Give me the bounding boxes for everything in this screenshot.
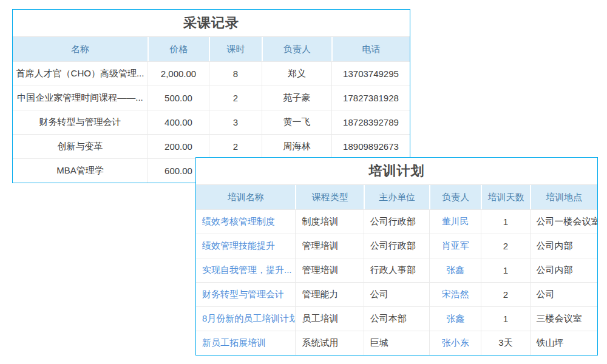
- header-row: 名称价格课时负责人电话: [13, 37, 410, 61]
- table-cell: 公司内部: [530, 234, 597, 258]
- training-plan-card: 培训计划 培训名称课程类型主办单位负责人培训天数培训地点绩效考核管理制度制度培训…: [195, 157, 598, 356]
- link-cell[interactable]: 宋浩然: [429, 282, 481, 306]
- column-header: 培训天数: [481, 185, 529, 209]
- link-cell[interactable]: 实现自我管理，提升...: [196, 258, 295, 282]
- table-cell: 公司行政部: [364, 234, 429, 258]
- column-header: 课时: [209, 37, 262, 61]
- column-header: 负责人: [429, 185, 481, 209]
- table-cell: 公司本部: [364, 306, 429, 331]
- table-cell: 创新与变革: [13, 134, 148, 158]
- column-header: 价格: [148, 37, 209, 61]
- table-cell: 公司内部: [530, 258, 597, 282]
- table-row: 创新与变革200.002周海林18909892673: [13, 134, 410, 158]
- table-cell: 1: [481, 209, 529, 234]
- table-cell: 铁山坪: [530, 331, 597, 355]
- table-cell: 周海林: [262, 134, 331, 158]
- table-cell: 2: [481, 282, 529, 306]
- table-row: 中国企业家管理时间课程——...500.002苑子豪17827381928: [13, 86, 410, 110]
- table-cell: 管理培训: [295, 234, 363, 258]
- table-cell: 制度培训: [295, 209, 363, 234]
- link-cell[interactable]: 财务转型与管理会计: [196, 282, 295, 306]
- table-cell: 管理培训: [295, 258, 363, 282]
- link-cell[interactable]: 张小东: [429, 331, 481, 355]
- table-cell: MBA管理学: [13, 158, 148, 183]
- link-cell[interactable]: 绩效管理技能提升: [196, 234, 295, 258]
- link-cell[interactable]: 8月份新的员工培训计划: [196, 306, 295, 331]
- table-cell: 3天: [481, 331, 529, 355]
- table-cell: 13703749295: [331, 61, 410, 86]
- table-cell: 管理能力: [295, 282, 363, 306]
- table-cell: 400.00: [148, 110, 209, 134]
- table-cell: 员工培训: [295, 306, 363, 331]
- table-cell: 郑义: [262, 61, 331, 86]
- table-cell: 公司行政部: [364, 209, 429, 234]
- link-cell[interactable]: 张鑫: [429, 306, 481, 331]
- table-cell: 首席人才官（CHO）高级管理...: [13, 61, 148, 86]
- header-row: 培训名称课程类型主办单位负责人培训天数培训地点: [196, 185, 597, 209]
- table-cell: 17827381928: [331, 86, 410, 110]
- column-header: 培训地点: [530, 185, 597, 209]
- link-cell[interactable]: 绩效考核管理制度: [196, 209, 295, 234]
- table-cell: 18728392789: [331, 110, 410, 134]
- table-cell: 公司: [530, 282, 597, 306]
- link-cell[interactable]: 肖亚军: [429, 234, 481, 258]
- table-cell: 2,000.00: [148, 61, 209, 86]
- table-cell: 8: [209, 61, 262, 86]
- table-cell: 1: [481, 306, 529, 331]
- table-cell: 2: [209, 134, 262, 158]
- table-cell: 巨城: [364, 331, 429, 355]
- table-cell: 1: [481, 258, 529, 282]
- column-header: 负责人: [262, 37, 331, 61]
- table-cell: 行政人事部: [364, 258, 429, 282]
- table-cell: 三楼会议室: [530, 306, 597, 331]
- table-cell: 公司: [364, 282, 429, 306]
- link-cell[interactable]: 董川民: [429, 209, 481, 234]
- table-row: 8月份新的员工培训计划员工培训公司本部张鑫1三楼会议室: [196, 306, 597, 331]
- link-cell[interactable]: 新员工拓展培训: [196, 331, 295, 355]
- table-cell: 200.00: [148, 134, 209, 158]
- table-cell: 财务转型与管理会计: [13, 110, 148, 134]
- link-cell[interactable]: 张鑫: [429, 258, 481, 282]
- table-row: 实现自我管理，提升...管理培训行政人事部张鑫1公司内部: [196, 258, 597, 282]
- table-cell: 500.00: [148, 86, 209, 110]
- table-row: 绩效管理技能提升管理培训公司行政部肖亚军2公司内部: [196, 234, 597, 258]
- table-cell: 3: [209, 110, 262, 134]
- table-row: 新员工拓展培训系统试用巨城张小东3天铁山坪: [196, 331, 597, 355]
- column-header: 主办单位: [364, 185, 429, 209]
- column-header: 电话: [331, 37, 410, 61]
- training-table-title: 培训计划: [196, 158, 597, 185]
- table-cell: 黄一飞: [262, 110, 331, 134]
- table-cell: 中国企业家管理时间课程——...: [13, 86, 148, 110]
- table-row: 首席人才官（CHO）高级管理...2,000.008郑义13703749295: [13, 61, 410, 86]
- training-table: 培训名称课程类型主办单位负责人培训天数培训地点绩效考核管理制度制度培训公司行政部…: [196, 185, 597, 355]
- table-row: 绩效考核管理制度制度培训公司行政部董川民1公司一楼会议室: [196, 209, 597, 234]
- table-cell: 18909892673: [331, 134, 410, 158]
- table-cell: 2: [481, 234, 529, 258]
- table-cell: 公司一楼会议室: [530, 209, 597, 234]
- table-cell: 2: [209, 86, 262, 110]
- table-cell: 苑子豪: [262, 86, 331, 110]
- table-row: 财务转型与管理会计管理能力公司宋浩然2公司: [196, 282, 597, 306]
- table-cell: 系统试用: [295, 331, 363, 355]
- column-header: 名称: [13, 37, 148, 61]
- purchase-table-title: 采课记录: [13, 10, 410, 37]
- column-header: 课程类型: [295, 185, 363, 209]
- column-header: 培训名称: [196, 185, 295, 209]
- table-row: 财务转型与管理会计400.003黄一飞18728392789: [13, 110, 410, 134]
